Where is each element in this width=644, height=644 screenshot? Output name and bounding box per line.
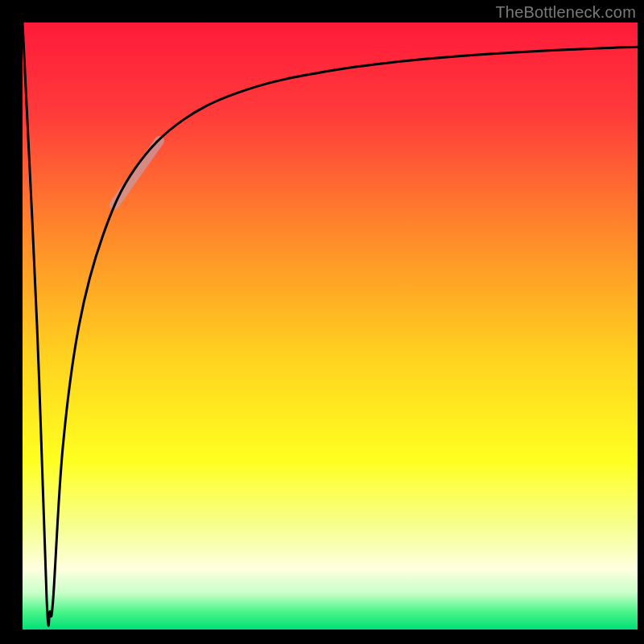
bottleneck-curve [23,23,638,625]
highlight-segment [114,141,159,204]
watermark-text: TheBottleneck.com [495,3,636,22]
curve-layer [23,23,638,630]
chart-frame: TheBottleneck.com [0,0,644,644]
plot-area [23,23,638,630]
